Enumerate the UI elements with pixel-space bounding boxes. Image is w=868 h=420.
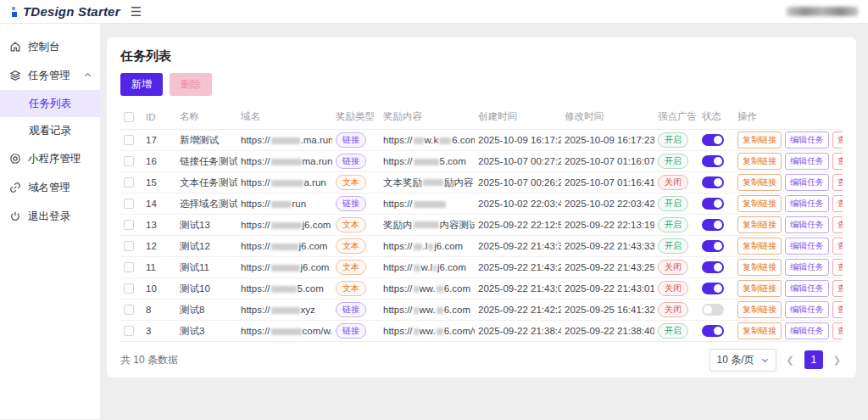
redacted-text <box>414 137 424 144</box>
reward-type-tag: 链接 <box>336 196 366 211</box>
edit-task-button[interactable]: 编辑任务 <box>785 301 829 318</box>
copy-link-button[interactable]: 复制链接 <box>737 174 782 191</box>
home-icon <box>8 41 21 53</box>
view-data-button[interactable]: 查看数据 <box>832 301 843 318</box>
cell-modified-time: 2025-09-22 21:43:25 <box>561 257 654 278</box>
sidebar-subitem[interactable]: 任务列表 <box>0 90 100 117</box>
sidebar-item-home[interactable]: 控制台 <box>0 32 100 61</box>
copy-link-button[interactable]: 复制链接 <box>737 153 782 170</box>
status-toggle[interactable] <box>702 198 724 210</box>
cell-id: 11 <box>142 257 176 278</box>
view-data-button[interactable]: 查看数据 <box>832 153 843 170</box>
sidebar-item-label: 域名管理 <box>28 181 70 195</box>
table-row: 8测试8https://xyz链接https://ww.6.com2025-09… <box>120 300 843 321</box>
cell-reward-content: https://ww.6.com <box>380 300 475 321</box>
edit-task-button[interactable]: 编辑任务 <box>785 132 829 148</box>
row-checkbox[interactable] <box>124 283 134 294</box>
row-checkbox[interactable] <box>124 326 134 336</box>
sidebar-item-layers[interactable]: 任务管理 <box>0 61 100 90</box>
cell-created-time: 2025-10-02 22:03:42 <box>475 193 561 215</box>
status-toggle[interactable] <box>702 219 724 231</box>
edit-task-button[interactable]: 编辑任务 <box>785 238 829 255</box>
row-checkbox[interactable] <box>124 262 134 272</box>
table-row: 15文本任务测试https://a.run文本文本奖励励内容2025-10-07… <box>120 172 843 193</box>
status-toggle[interactable] <box>702 176 724 188</box>
cell-name: 测试13 <box>176 215 237 236</box>
redacted-text <box>423 179 443 186</box>
edit-task-button[interactable]: 编辑任务 <box>785 259 829 276</box>
sidebar-item-link[interactable]: 域名管理 <box>0 173 100 202</box>
page-title: 任务列表 <box>120 48 843 64</box>
view-data-button[interactable]: 查看数据 <box>832 280 843 297</box>
status-toggle[interactable] <box>702 134 724 146</box>
copy-link-button[interactable]: 复制链接 <box>737 322 782 339</box>
prev-page-button[interactable]: ❮ <box>785 355 796 366</box>
row-checkbox[interactable] <box>124 156 134 166</box>
status-toggle[interactable] <box>702 325 724 337</box>
task-table: ID名称域名奖励类型奖励内容创建时间修改时间强点广告状态操作 17新增测试htt… <box>120 104 843 342</box>
status-toggle[interactable] <box>702 304 724 316</box>
row-checkbox[interactable] <box>124 199 134 209</box>
copy-link-button[interactable]: 复制链接 <box>737 259 782 276</box>
cell-id: 3 <box>142 321 176 342</box>
select-all-checkbox[interactable] <box>124 112 134 122</box>
copy-link-button[interactable]: 复制链接 <box>737 195 782 212</box>
status-toggle[interactable] <box>702 240 724 252</box>
page-number-1[interactable]: 1 <box>804 350 823 369</box>
column-header: 域名 <box>237 104 332 130</box>
cell-id: 17 <box>142 130 176 151</box>
sidebar-subitem[interactable]: 观看记录 <box>0 117 100 144</box>
redacted-text <box>428 244 433 250</box>
edit-task-button[interactable]: 编辑任务 <box>785 195 829 212</box>
table-row: 10测试10https://5.com文本https://ww.6.com202… <box>120 278 843 300</box>
status-toggle[interactable] <box>702 261 724 273</box>
view-data-button[interactable]: 查看数据 <box>832 322 843 339</box>
edit-task-button[interactable]: 编辑任务 <box>785 216 829 233</box>
chevron-up-icon <box>84 70 92 81</box>
sidebar-item-miniapp[interactable]: 小程序管理 <box>0 144 100 173</box>
column-header: 奖励内容 <box>380 104 475 130</box>
row-checkbox[interactable] <box>124 241 134 251</box>
copy-link-button[interactable]: 复制链接 <box>737 238 782 255</box>
main-content: 任务列表 新增 删除 ID名称域名奖励类型奖励内容创建时间修改时间强点广告状态操… <box>100 24 868 419</box>
view-data-button[interactable]: 查看数据 <box>832 259 843 276</box>
cell-reward-content: https://ww.6.com/w... <box>380 321 475 342</box>
next-page-button[interactable]: ❯ <box>832 355 843 366</box>
redacted-text <box>414 286 419 293</box>
column-header: 名称 <box>176 104 237 130</box>
menu-collapse-icon[interactable]: ☰ <box>131 5 142 18</box>
cell-id: 8 <box>142 300 176 321</box>
row-checkbox[interactable] <box>124 177 134 188</box>
column-header: 创建时间 <box>475 104 561 130</box>
cell-id: 16 <box>142 151 176 172</box>
view-data-button[interactable]: 查看数据 <box>832 132 843 148</box>
view-data-button[interactable]: 查看数据 <box>832 174 843 191</box>
reward-type-tag: 文本 <box>336 217 366 232</box>
redacted-text <box>271 159 302 165</box>
copy-link-button[interactable]: 复制链接 <box>737 132 782 148</box>
edit-task-button[interactable]: 编辑任务 <box>785 280 829 297</box>
add-button[interactable]: 新增 <box>120 73 163 96</box>
status-toggle[interactable] <box>702 155 724 167</box>
user-name-redacted[interactable] <box>787 7 858 16</box>
page-size-select[interactable]: 10 条/页 <box>709 349 776 372</box>
view-data-button[interactable]: 查看数据 <box>832 238 843 255</box>
edit-task-button[interactable]: 编辑任务 <box>785 322 829 339</box>
sidebar-item-power[interactable]: 退出登录 <box>0 202 100 231</box>
edit-task-button[interactable]: 编辑任务 <box>785 174 829 191</box>
view-data-button[interactable]: 查看数据 <box>832 195 843 212</box>
edit-task-button[interactable]: 编辑任务 <box>785 153 829 170</box>
view-data-button[interactable]: 查看数据 <box>832 216 843 233</box>
cell-modified-time: 2025-10-09 16:17:23 <box>561 130 654 151</box>
redacted-text <box>271 244 298 250</box>
cell-created-time: 2025-09-22 21:38:40 <box>475 321 561 342</box>
copy-link-button[interactable]: 复制链接 <box>737 301 782 318</box>
row-checkbox[interactable] <box>124 135 134 145</box>
copy-link-button[interactable]: 复制链接 <box>737 280 782 297</box>
copy-link-button[interactable]: 复制链接 <box>737 216 782 233</box>
row-checkbox[interactable] <box>124 305 134 315</box>
delete-button[interactable]: 删除 <box>170 73 212 96</box>
row-checkbox[interactable] <box>124 220 134 230</box>
status-toggle[interactable] <box>702 283 724 294</box>
top-header: TDesign Starter ☰ <box>0 0 868 24</box>
